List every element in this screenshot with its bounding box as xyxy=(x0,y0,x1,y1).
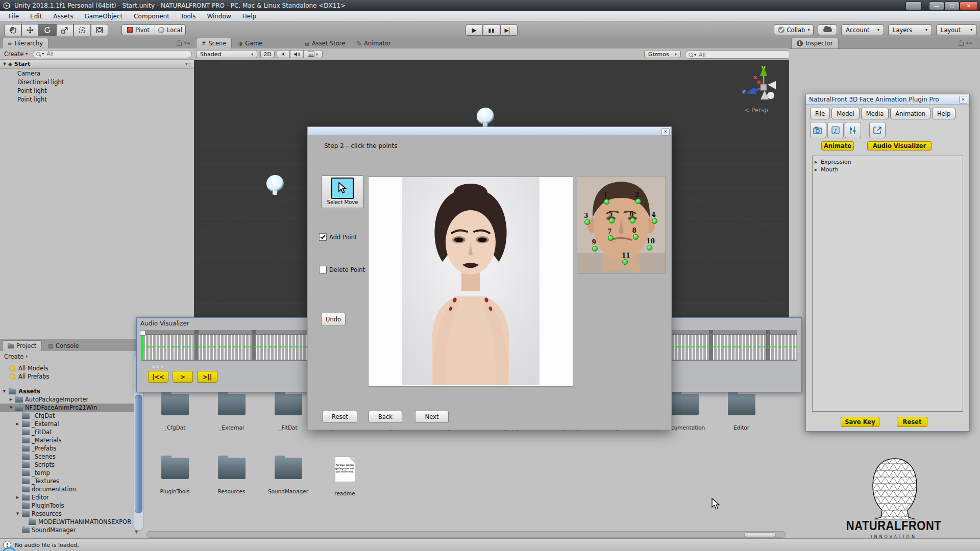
plugin-menu-button[interactable]: Model xyxy=(831,108,860,119)
transform-tool-button[interactable] xyxy=(91,24,108,36)
undo-button[interactable]: Undo xyxy=(321,313,346,326)
tab-asset-store[interactable]: ▤ Asset Store xyxy=(299,38,350,48)
asset-grid-item[interactable]: PluginTools xyxy=(146,457,203,497)
project-tree-item[interactable]: PluginTools xyxy=(0,502,143,510)
scene-effects-dropdown[interactable]: ▾ xyxy=(303,50,323,58)
project-tree-item[interactable]: MODELWITHANIMATIONSEXPOR xyxy=(0,518,143,526)
plugin-menu-button[interactable]: Animation xyxy=(890,108,930,119)
save-key-button[interactable]: Save Key xyxy=(841,417,879,427)
dialog-back-button[interactable]: Back xyxy=(369,411,402,423)
menu-item[interactable]: File xyxy=(3,12,24,21)
project-tree-item[interactable]: ▶ _External xyxy=(0,420,143,428)
hand-tool-button[interactable] xyxy=(4,24,21,36)
scene-search-input[interactable] xyxy=(698,51,788,59)
hierarchy-item[interactable]: Camera xyxy=(0,69,194,78)
project-tree-item[interactable]: _Textures xyxy=(0,477,143,485)
project-tree-item[interactable]: _CfgDat xyxy=(0,412,143,420)
close-icon[interactable]: ✕ xyxy=(959,96,967,104)
menu-item[interactable]: Window xyxy=(201,12,236,21)
add-point-checkbox-row[interactable]: Add Point xyxy=(319,233,357,241)
plugin-window-title-bar[interactable]: NaturalFront 3D Face Animation Plugin Pr… xyxy=(806,94,969,105)
project-tree-item[interactable]: _Scenes xyxy=(0,453,143,461)
project-tree-item[interactable]: ▼ Assets xyxy=(0,387,143,395)
camera-button[interactable] xyxy=(810,122,826,138)
menu-item[interactable]: Component xyxy=(128,12,175,21)
project-grid-hscrollbar[interactable] xyxy=(146,531,786,538)
face-landmark-point[interactable]: 7 xyxy=(608,235,614,241)
project-tree-item[interactable]: ▶ Editor xyxy=(0,493,143,502)
face-landmark-point[interactable]: 8 xyxy=(633,234,639,240)
plugin-menu-button[interactable]: Media xyxy=(861,108,889,119)
tab-console[interactable]: ▤ Console xyxy=(43,341,84,351)
face-landmark-point[interactable]: 9 xyxy=(592,246,598,252)
status-bar[interactable]: ! No audio file is loaded. xyxy=(0,538,980,551)
play-button[interactable]: ▶ xyxy=(465,24,483,36)
sliders-button[interactable] xyxy=(845,122,861,138)
project-tree-item[interactable]: ▼ Resources xyxy=(0,510,143,518)
asset-grid-item[interactable]: _External xyxy=(203,393,260,434)
gizmos-dropdown[interactable]: Gizmos▾ xyxy=(644,50,681,58)
plugin-menu-button[interactable]: Help xyxy=(932,108,955,119)
transport-button[interactable]: > xyxy=(173,371,193,383)
playhead-line[interactable] xyxy=(141,335,143,360)
face-landmark-point[interactable]: 10 xyxy=(647,245,652,251)
hierarchy-search[interactable]: ▾ xyxy=(33,50,192,58)
point-light-gizmo-icon[interactable] xyxy=(477,108,494,125)
project-tree-item[interactable]: ▼ NF3DFaceAnimPro21Win xyxy=(0,404,143,412)
plugin-tree-item[interactable]: ▶ Expression xyxy=(813,158,963,166)
scene-orientation-gizmo[interactable]: y x z xyxy=(741,64,784,108)
inspector-panel-icons[interactable]: ▾≡ xyxy=(959,40,972,46)
audio-visualizer-button[interactable]: Audio Visualizer xyxy=(867,141,932,151)
scene-lighting-toggle[interactable]: ☀ xyxy=(277,50,290,58)
hierarchy-item[interactable]: Point light xyxy=(0,86,194,95)
pin-window-button[interactable] xyxy=(905,2,922,10)
transport-button[interactable]: |<< xyxy=(148,371,168,383)
face-landmark-point[interactable]: 6 xyxy=(630,218,635,223)
project-tree-item[interactable]: _Prefabs xyxy=(0,444,143,453)
shading-mode-dropdown[interactable]: Shaded▾ xyxy=(196,50,257,58)
scene-audio-toggle[interactable] xyxy=(290,50,303,58)
menu-item[interactable]: Edit xyxy=(24,12,47,21)
project-tree-item[interactable]: SoundManager xyxy=(0,526,143,534)
project-tree-item[interactable]: _FitDat xyxy=(0,428,143,436)
move-tool-button[interactable] xyxy=(21,24,39,36)
rect-tool-button[interactable] xyxy=(74,24,91,36)
plugin-tree-item[interactable]: ▶ Mouth xyxy=(813,166,963,173)
tab-project[interactable]: Project xyxy=(2,340,42,351)
face-landmark-point[interactable]: 11 xyxy=(622,259,628,265)
project-tree-item[interactable]: _temp xyxy=(0,469,143,477)
asset-grid-item[interactable]: Editor xyxy=(713,393,770,434)
tab-inspector[interactable]: i Inspector xyxy=(791,38,839,48)
point-light-gizmo-icon[interactable] xyxy=(266,175,284,192)
checkbox-checked-icon[interactable] xyxy=(319,233,327,241)
export-button[interactable] xyxy=(869,122,886,138)
perspective-label[interactable]: < Persp xyxy=(744,107,768,114)
local-toggle-button[interactable]: Local xyxy=(155,24,186,35)
face-landmark-point[interactable]: 5 xyxy=(609,218,615,223)
hierarchy-item[interactable]: Point light xyxy=(0,95,194,104)
asset-grid-item-readme[interactable]: Neque porro quisquam est qui dolorem. re… xyxy=(316,457,373,497)
dialog-next-button[interactable]: Next xyxy=(415,411,449,423)
step-button[interactable]: ▶▏ xyxy=(500,24,518,36)
tab-game[interactable]: ◑ Game xyxy=(233,38,267,48)
layout-dropdown[interactable]: Layout▾ xyxy=(936,24,977,35)
asset-grid-item[interactable]: Resources xyxy=(203,457,260,497)
tab-scene[interactable]: # Scene xyxy=(196,38,232,48)
delete-point-checkbox-row[interactable]: Delete Point xyxy=(319,266,365,273)
minimize-button[interactable]: — xyxy=(929,2,944,10)
dialog-title-bar[interactable] xyxy=(308,127,671,136)
pivot-toggle-button[interactable]: Pivot xyxy=(121,24,155,35)
face-photo-panel[interactable] xyxy=(368,177,573,387)
hierarchy-panel-icons[interactable]: ▾≡ xyxy=(177,40,190,46)
face-landmark-point[interactable]: 2 xyxy=(635,198,641,204)
project-favorite-item[interactable]: All Prefabs xyxy=(9,372,152,381)
pause-button[interactable]: ▮▮ xyxy=(483,24,500,36)
menu-item[interactable]: Assets xyxy=(47,12,79,21)
scene-search[interactable]: ▾ xyxy=(685,51,791,59)
asset-grid-item[interactable]: SoundManager xyxy=(260,457,316,497)
2d-toggle-button[interactable]: 2D xyxy=(260,50,275,58)
hierarchy-item[interactable]: Directional light xyxy=(0,78,194,86)
cloud-services-button[interactable] xyxy=(818,24,837,35)
scroll-down-arrow-icon[interactable]: ▼ xyxy=(135,530,138,534)
hierarchy-scene-row[interactable]: ▼ ◆ Start ▾≡ xyxy=(0,60,194,69)
